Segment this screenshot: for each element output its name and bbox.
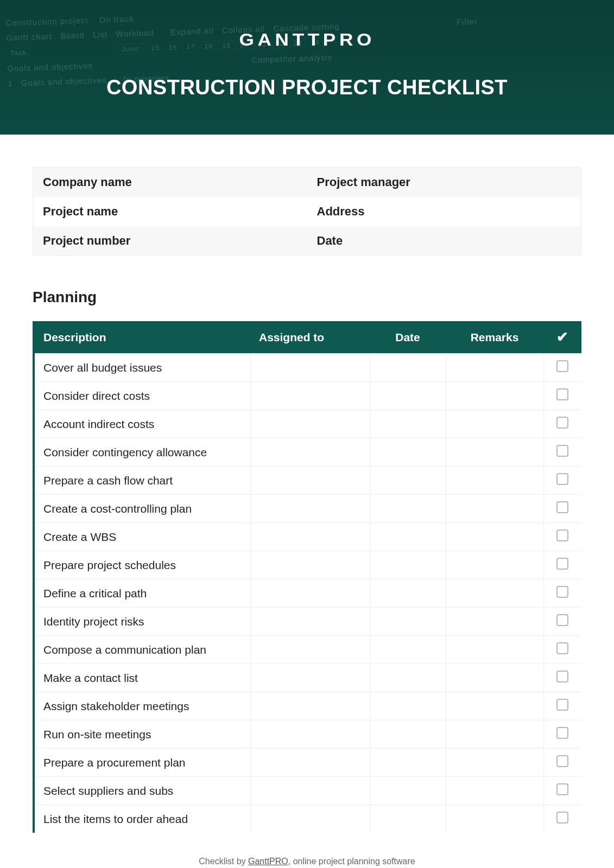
- table-row: Prepare a procurement plan: [34, 749, 581, 777]
- cell-date[interactable]: [370, 805, 446, 833]
- cell-remarks[interactable]: [446, 382, 543, 410]
- checkbox[interactable]: [556, 783, 568, 795]
- cell-assigned[interactable]: [250, 720, 370, 749]
- cell-date[interactable]: [370, 777, 446, 805]
- cell-assigned[interactable]: [250, 692, 370, 720]
- checklist-table: Description Assigned to Date Remarks ✔ C…: [33, 321, 581, 833]
- table-row: Define a critical path: [34, 579, 581, 608]
- checkbox[interactable]: [556, 360, 568, 372]
- cell-assigned[interactable]: [250, 777, 370, 805]
- table-row: Account indirect costs: [34, 410, 581, 438]
- checkbox[interactable]: [556, 614, 568, 626]
- checkbox[interactable]: [556, 558, 568, 570]
- cell-assigned[interactable]: [250, 551, 370, 579]
- table-row: List the items to order ahead: [34, 805, 581, 833]
- footer-link[interactable]: GanttPRO: [248, 857, 288, 866]
- cell-check: [543, 551, 581, 579]
- cell-remarks[interactable]: [446, 354, 543, 382]
- cell-description: Create a WBS: [34, 523, 250, 551]
- cell-assigned[interactable]: [250, 579, 370, 608]
- cell-date[interactable]: [370, 410, 446, 438]
- cell-date[interactable]: [370, 495, 446, 523]
- cell-assigned[interactable]: [250, 354, 370, 382]
- cell-date[interactable]: [370, 692, 446, 720]
- cell-date[interactable]: [370, 749, 446, 777]
- cell-date[interactable]: [370, 636, 446, 664]
- cell-description: Define a critical path: [34, 579, 250, 608]
- cell-date[interactable]: [370, 438, 446, 467]
- cell-date[interactable]: [370, 382, 446, 410]
- cell-check: [543, 777, 581, 805]
- hero-banner: Construction project On track Gantt char…: [0, 0, 614, 135]
- cell-assigned[interactable]: [250, 410, 370, 438]
- table-row: Make a contact list: [34, 664, 581, 692]
- checkbox[interactable]: [556, 445, 568, 457]
- table-row: Run on-site meetings: [34, 720, 581, 749]
- cell-remarks[interactable]: [446, 438, 543, 467]
- col-assigned: Assigned to: [250, 321, 370, 354]
- cell-assigned[interactable]: [250, 636, 370, 664]
- cell-remarks[interactable]: [446, 410, 543, 438]
- cell-remarks[interactable]: [446, 692, 543, 720]
- cell-assigned[interactable]: [250, 805, 370, 833]
- cell-remarks[interactable]: [446, 551, 543, 579]
- cell-date[interactable]: [370, 467, 446, 495]
- table-row: Compose a communication plan: [34, 636, 581, 664]
- checkbox[interactable]: [556, 388, 568, 400]
- table-row: Create a WBS: [34, 523, 581, 551]
- checkbox[interactable]: [556, 529, 568, 541]
- cell-date[interactable]: [370, 551, 446, 579]
- cell-date[interactable]: [370, 608, 446, 636]
- cell-date[interactable]: [370, 354, 446, 382]
- col-check: ✔: [543, 321, 581, 354]
- cell-assigned[interactable]: [250, 438, 370, 467]
- cell-remarks[interactable]: [446, 720, 543, 749]
- checkbox[interactable]: [556, 473, 568, 485]
- cell-remarks[interactable]: [446, 636, 543, 664]
- cell-date[interactable]: [370, 523, 446, 551]
- checkbox[interactable]: [556, 642, 568, 654]
- cell-remarks[interactable]: [446, 579, 543, 608]
- cell-remarks[interactable]: [446, 523, 543, 551]
- cell-assigned[interactable]: [250, 664, 370, 692]
- checkbox[interactable]: [556, 671, 568, 682]
- cell-remarks[interactable]: [446, 495, 543, 523]
- cell-assigned[interactable]: [250, 495, 370, 523]
- cell-remarks[interactable]: [446, 608, 543, 636]
- cell-date[interactable]: [370, 720, 446, 749]
- cell-description: List the items to order ahead: [34, 805, 250, 833]
- cell-description: Assign stakeholder meetings: [34, 692, 250, 720]
- cell-remarks[interactable]: [446, 777, 543, 805]
- cell-remarks[interactable]: [446, 467, 543, 495]
- checkbox[interactable]: [556, 417, 568, 429]
- table-row: Assign stakeholder meetings: [34, 692, 581, 720]
- cell-remarks[interactable]: [446, 664, 543, 692]
- checkbox[interactable]: [556, 501, 568, 513]
- cell-description: Consider direct costs: [34, 382, 250, 410]
- table-row: Prepare a cash flow chart: [34, 467, 581, 495]
- info-label: Date: [307, 226, 581, 256]
- col-description: Description: [34, 321, 250, 354]
- cell-description: Prepare a procurement plan: [34, 749, 250, 777]
- checkbox[interactable]: [556, 699, 568, 711]
- cell-remarks[interactable]: [446, 805, 543, 833]
- table-row: Cover all budget issues: [34, 354, 581, 382]
- checkbox[interactable]: [556, 812, 568, 824]
- cell-check: [543, 579, 581, 608]
- cell-description: Consider contingency allowance: [34, 438, 250, 467]
- cell-assigned[interactable]: [250, 467, 370, 495]
- checkbox[interactable]: [556, 755, 568, 767]
- cell-description: Make a contact list: [34, 664, 250, 692]
- cell-date[interactable]: [370, 579, 446, 608]
- info-label: Project name: [33, 197, 307, 226]
- cell-assigned[interactable]: [250, 749, 370, 777]
- cell-remarks[interactable]: [446, 749, 543, 777]
- cell-date[interactable]: [370, 664, 446, 692]
- checkbox[interactable]: [556, 727, 568, 739]
- info-label: Company name: [33, 168, 307, 197]
- checkbox[interactable]: [556, 586, 568, 598]
- cell-assigned[interactable]: [250, 523, 370, 551]
- cell-description: Identity project risks: [34, 608, 250, 636]
- cell-assigned[interactable]: [250, 382, 370, 410]
- cell-assigned[interactable]: [250, 608, 370, 636]
